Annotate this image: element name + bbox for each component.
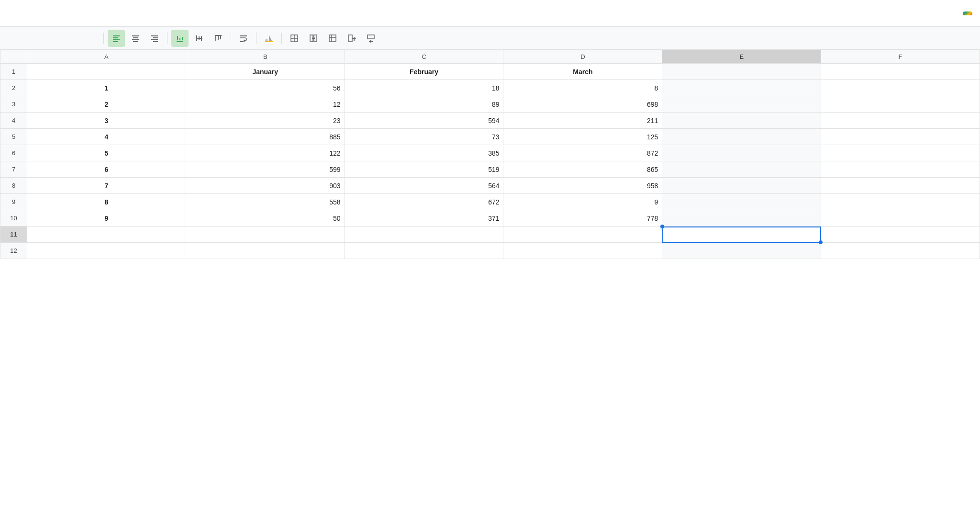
cell-3-D[interactable]: 698 [503,96,662,113]
cell-8-B[interactable]: 903 [186,178,345,194]
selection-handle-tl[interactable] [660,225,664,228]
cell-5-A[interactable]: 4 [27,129,186,145]
cell-9-A[interactable]: 8 [27,194,186,210]
cell-11-A[interactable] [27,227,186,243]
borders-button[interactable] [286,30,303,47]
col-header-c[interactable]: C [345,50,503,64]
cell-8-F[interactable] [821,178,980,194]
cell-7-A[interactable]: 6 [27,161,186,178]
fill-color-button[interactable] [260,30,278,47]
cell-8-E[interactable] [662,178,821,194]
cell-2-C[interactable]: 18 [345,80,503,96]
cell-1-C[interactable]: February [345,64,503,80]
cell-8-C[interactable]: 564 [345,178,503,194]
row-header-11[interactable]: 11 [0,227,27,243]
cell-6-E[interactable] [662,145,821,161]
cell-12-F[interactable] [821,243,980,259]
spreadsheet-container[interactable]: A B C D E F 1JanuaryFebruaryMarch2156188… [0,50,980,521]
cell-3-E[interactable] [662,96,821,113]
align-center-button[interactable] [127,30,144,47]
row-header-9[interactable]: 9 [0,194,27,210]
freeze-button[interactable] [324,30,341,47]
cell-12-D[interactable] [503,243,662,259]
row-header-12[interactable]: 12 [0,243,27,259]
cell-1-D[interactable]: March [503,64,662,80]
col-header-d[interactable]: D [503,50,662,64]
strikethrough-button[interactable] [63,30,80,47]
cell-4-A[interactable]: 3 [27,113,186,129]
row-header-8[interactable]: 8 [0,178,27,194]
col-header-a[interactable]: A [27,50,186,64]
cell-10-C[interactable]: 371 [345,210,503,227]
cell-9-F[interactable] [821,194,980,210]
cell-6-A[interactable]: 5 [27,145,186,161]
cell-10-D[interactable]: 778 [503,210,662,227]
cell-1-B[interactable]: January [186,64,345,80]
valign-bottom-button[interactable] [171,30,189,47]
cell-7-B[interactable]: 599 [186,161,345,178]
valign-top-button[interactable] [210,30,227,47]
bold-button[interactable] [6,30,23,47]
cell-9-B[interactable]: 558 [186,194,345,210]
cell-7-F[interactable] [821,161,980,178]
cell-12-C[interactable] [345,243,503,259]
merge-cells-button[interactable] [305,30,322,47]
cell-9-D[interactable]: 9 [503,194,662,210]
cell-11-B[interactable] [186,227,345,243]
cell-5-B[interactable]: 885 [186,129,345,145]
cell-4-F[interactable] [821,113,980,129]
cell-4-D[interactable]: 211 [503,113,662,129]
cell-3-F[interactable] [821,96,980,113]
cell-1-F[interactable] [821,64,980,80]
insert-col-button[interactable] [343,30,360,47]
cell-11-E[interactable] [662,227,821,243]
col-header-f[interactable]: F [821,50,980,64]
row-header-5[interactable]: 5 [0,129,27,145]
cell-3-B[interactable]: 12 [186,96,345,113]
cell-1-A[interactable] [27,64,186,80]
cell-7-D[interactable]: 865 [503,161,662,178]
cell-2-E[interactable] [662,80,821,96]
insert-row-button[interactable] [362,30,379,47]
cell-4-C[interactable]: 594 [345,113,503,129]
row-header-1[interactable]: 1 [0,64,27,80]
cell-12-A[interactable] [27,243,186,259]
cell-5-C[interactable]: 73 [345,129,503,145]
cell-2-D[interactable]: 8 [503,80,662,96]
cell-2-A[interactable]: 1 [27,80,186,96]
col-header-e[interactable]: E [662,50,821,64]
cell-12-B[interactable] [186,243,345,259]
cell-1-E[interactable] [662,64,821,80]
align-right-button[interactable] [146,30,163,47]
cell-4-B[interactable]: 23 [186,113,345,129]
cell-6-B[interactable]: 122 [186,145,345,161]
cell-7-E[interactable] [662,161,821,178]
cell-3-A[interactable]: 2 [27,96,186,113]
cell-10-F[interactable] [821,210,980,227]
cell-10-A[interactable]: 9 [27,210,186,227]
cell-2-B[interactable]: 56 [186,80,345,96]
row-header-10[interactable]: 10 [0,210,27,227]
cell-11-D[interactable] [503,227,662,243]
cell-6-D[interactable]: 872 [503,145,662,161]
row-header-7[interactable]: 7 [0,161,27,178]
row-header-3[interactable]: 3 [0,96,27,113]
underline-button[interactable] [44,30,61,47]
ai-badge[interactable] [963,11,972,15]
cell-3-C[interactable]: 89 [345,96,503,113]
cell-6-F[interactable] [821,145,980,161]
cell-5-F[interactable] [821,129,980,145]
cell-7-C[interactable]: 519 [345,161,503,178]
valign-middle-button[interactable] [190,30,208,47]
cell-10-B[interactable]: 50 [186,210,345,227]
cell-11-F[interactable] [821,227,980,243]
cell-9-C[interactable]: 672 [345,194,503,210]
italic-button[interactable] [25,30,42,47]
row-header-6[interactable]: 6 [0,145,27,161]
cell-12-E[interactable] [662,243,821,259]
cell-8-A[interactable]: 7 [27,178,186,194]
align-left-button[interactable] [108,30,125,47]
font-color-button[interactable] [82,30,100,47]
cell-9-E[interactable] [662,194,821,210]
cell-2-F[interactable] [821,80,980,96]
